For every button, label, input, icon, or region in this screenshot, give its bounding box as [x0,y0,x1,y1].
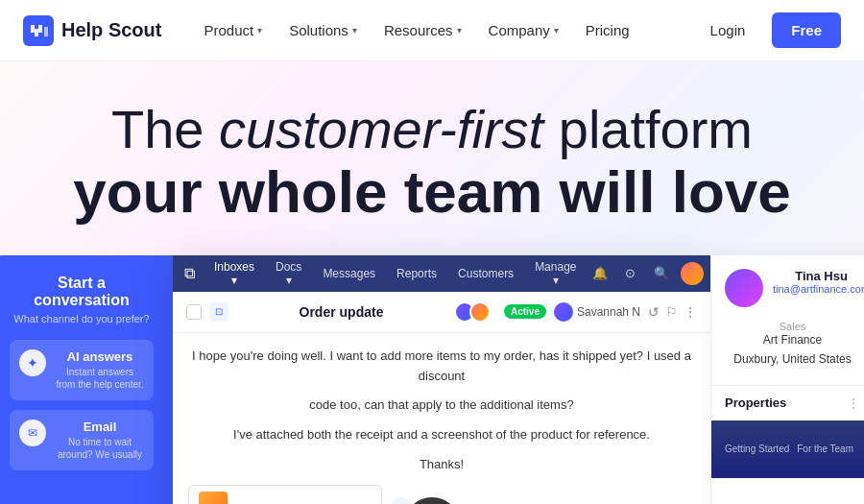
contact-header: Tina Hsu tina@artfinance.com ⋮ [711,255,864,321]
channel-email-text: Email No time to wait around? We usually [56,420,144,461]
conv-agent: Savannah N [554,302,640,322]
app-window: ⧉ Inboxes ▾ Docs ▾ Messages Reports Cust… [173,255,710,504]
app-nav-reports[interactable]: Reports [387,261,446,286]
logo-icon [23,15,54,46]
contact-details: Sales Art Finance Duxbury, United States [711,321,864,386]
left-panel-title: Start a conversation [10,275,154,309]
hero-line1-rest: platform [543,99,753,159]
promo-text-1: Getting Started [725,444,789,454]
channel-email[interactable]: ✉ Email No time to wait around? We usual… [10,410,154,470]
logo-text: Help Scout [61,19,161,41]
app-nav-right: 🔔 ⊙ 🔍 [588,262,704,285]
contact-name: Tina Hsu [773,269,864,283]
contact-info-header: Tina Hsu tina@artfinance.com [773,269,864,295]
ai-icon: ✦ [19,349,46,376]
contact-email: tina@artfinance.com [773,283,864,295]
msg-sign: Thanks! [188,455,695,475]
email-channel-name: Email [56,420,144,434]
nav-right: Login Free [695,12,841,48]
help-icon[interactable]: ⊙ [619,262,642,285]
nav-pricing[interactable]: Pricing [574,14,641,46]
conv-avatars [454,301,491,323]
nav-company[interactable]: Company ▾ [477,14,570,46]
conv-actions: ↺ ⚐ ⋮ [648,304,697,320]
dept-label: Sales [725,321,860,332]
chevron-down-icon: ▾ [457,25,462,36]
action-2[interactable]: ⚐ [665,304,678,320]
hero-line1-regular: The [111,99,219,159]
nav-resources[interactable]: Resources ▾ [372,14,473,46]
hero-line2-bold: your whole team will love [0,159,864,225]
hero-title: The customer-first platform your whole t… [0,100,864,225]
props-label: Properties [725,396,786,410]
email-channel-desc: No time to wait around? We usually [56,436,144,461]
right-panel: Tina Hsu tina@artfinance.com ⋮ Sales Art… [710,255,864,504]
user-avatar[interactable] [681,262,704,285]
channel-ai[interactable]: ✦ AI answers Instant answers from the he… [10,340,154,400]
download-icon[interactable]: ⬇ [390,497,413,504]
login-button[interactable]: Login [695,14,761,46]
ai-channel-name: AI answers [56,349,144,364]
app-nav-customers[interactable]: Customers [448,261,523,286]
nav-product[interactable]: Product ▾ [192,14,274,46]
contact-avatar [725,269,763,307]
hero-line1-italic: customer-first [219,99,543,159]
chevron-down-icon: ▾ [554,25,559,36]
promo-text-2: For the Team [797,444,853,454]
app-navbar: ⧉ Inboxes ▾ Docs ▾ Messages Reports Cust… [173,255,710,292]
app-nav-manage[interactable]: Manage ▾ [525,255,586,293]
email-icon: ✉ [19,420,46,446]
msg-line3: I've attached both the receipt and a scr… [188,425,695,445]
agent-name: Savannah N [577,305,640,319]
nav-solutions[interactable]: Solutions ▾ [277,14,369,46]
app-logo-icon: ⧉ [184,265,195,282]
avatar-2 [469,301,491,323]
pdf-icon: PDF [199,492,228,504]
msg-line2: code too, can that apply to the addition… [188,396,695,416]
conversation-header: ⊡ Order update Active Savannah N ↺ ⚐ ⋮ [173,292,710,333]
left-panel: Start a conversation What channel do you… [0,255,173,504]
select-checkbox[interactable] [186,304,202,320]
app-preview: Start a conversation What channel do you… [0,255,864,504]
nav-links: Product ▾ Solutions ▾ Resources ▾ Compan… [192,14,694,46]
action-1[interactable]: ↺ [648,304,660,320]
conv-type-icon: ⊡ [209,302,228,322]
dept-value: Art Finance [725,333,860,347]
attachment-chip[interactable]: PDF order-confirmation1034.pdf [188,485,382,504]
msg-line1: I hope you're doing well. I want to add … [188,347,695,387]
search-icon[interactable]: 🔍 [650,262,673,285]
ai-channel-desc: Instant answers from the help center. [56,366,144,391]
bottom-promo: Getting Started For the Team [711,420,864,478]
channel-ai-text: AI answers Instant answers from the help… [56,349,144,391]
props-header: Properties ⋮ [711,386,864,420]
app-nav-inboxes[interactable]: Inboxes ▾ [204,255,264,293]
navbar: Help Scout Product ▾ Solutions ▾ Resourc… [0,0,864,61]
props-more-icon[interactable]: ⋮ [847,396,860,411]
conv-title: Order update [236,304,446,320]
app-nav-messages[interactable]: Messages [313,261,385,286]
bell-icon[interactable]: 🔔 [588,262,612,285]
chevron-down-icon: ▾ [257,25,262,36]
free-button[interactable]: Free [772,12,841,48]
hero-section: The customer-first platform your whole t… [0,61,864,504]
app-nav-docs[interactable]: Docs ▾ [266,255,311,293]
status-badge: Active [504,304,546,319]
logo[interactable]: Help Scout [23,15,161,46]
conv-body: I hope you're doing well. I want to add … [173,333,710,504]
left-panel-subtitle: What channel do you prefer? [10,313,154,324]
agent-avatar [554,302,573,322]
action-3[interactable]: ⋮ [684,304,697,320]
chevron-down-icon: ▾ [352,25,357,36]
location-value: Duxbury, United States [725,352,860,366]
